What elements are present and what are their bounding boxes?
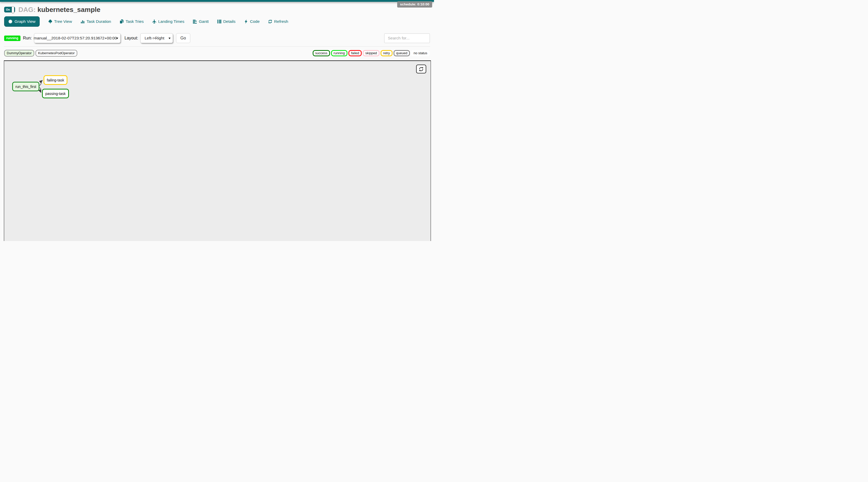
tab-tree-view[interactable]: Tree View (48, 19, 72, 24)
tab-code[interactable]: Code (244, 19, 259, 24)
graph-refresh-button[interactable] (416, 65, 426, 73)
dag-name: kubernetes_sample (37, 6, 100, 13)
tab-label: Task Duration (87, 19, 111, 24)
bolt-icon (244, 20, 248, 24)
state-badge-success: success (313, 50, 330, 56)
caret-down-icon (116, 38, 118, 39)
operator-badge-dummy: DummyOperator (4, 50, 34, 57)
page-title: DAG:kubernetes_sample (19, 6, 100, 14)
dag-prefix: DAG: (19, 6, 35, 13)
layout-select-value: Left->Right (145, 36, 164, 40)
sunburst-icon (8, 20, 12, 24)
tree-icon (48, 20, 52, 24)
tab-label: Gantt (199, 19, 209, 24)
plane-icon (152, 20, 156, 24)
tab-refresh[interactable]: Refresh (268, 19, 288, 24)
align-left-icon (193, 20, 197, 24)
task-node-run-this-first[interactable]: run_this_first (12, 82, 39, 91)
tab-task-duration[interactable]: Task Duration (81, 19, 111, 24)
tab-label: Task Tries (125, 19, 144, 24)
state-badge-no-status: no status (411, 50, 430, 56)
tab-label: Graph View (14, 19, 35, 24)
edge-run-to-passing (39, 88, 41, 92)
tab-details[interactable]: Details (217, 19, 236, 24)
top-navbar (0, 0, 434, 2)
files-icon (120, 20, 124, 24)
tab-landing-times[interactable]: Landing Times (152, 19, 184, 24)
refresh-icon (268, 20, 272, 24)
tab-label: Landing Times (158, 19, 184, 24)
divider (4, 47, 430, 47)
refresh-icon (419, 67, 424, 71)
state-badge-running: running (331, 50, 347, 56)
run-select[interactable]: manual__2018-02-07T23:57:20.913672+00:00 (34, 33, 121, 43)
task-node-passing-task[interactable]: passing-task (42, 89, 69, 98)
dag-on-off-toggle[interactable]: On (4, 7, 15, 12)
bar-chart-icon (81, 20, 85, 24)
edge-run-to-failing (39, 81, 42, 85)
search-input[interactable] (384, 33, 430, 43)
tab-label: Code (250, 19, 259, 24)
state-legend: success running failed skipped retry que… (313, 50, 430, 56)
view-tabs: Graph View Tree View Task Duration Task … (0, 14, 434, 27)
state-badge-queued: queued (394, 50, 410, 56)
layout-select[interactable]: Left->Right (140, 33, 173, 43)
dag-run-state-badge: running (4, 35, 21, 41)
dag-header: On DAG:kubernetes_sample (0, 2, 434, 14)
state-badge-skipped: skipped (363, 50, 379, 56)
tab-label: Tree View (54, 19, 72, 24)
tab-gantt[interactable]: Gantt (193, 19, 209, 24)
dag-graph-canvas[interactable]: run_this_first failing-task passing-task (4, 60, 431, 241)
schedule-badge: schedule: 0:10:00 (397, 1, 432, 7)
tab-label: Refresh (274, 19, 288, 24)
tab-label: Details (223, 19, 236, 24)
list-icon (217, 20, 221, 24)
legend: DummyOperator KubernetesPodOperator succ… (0, 50, 434, 57)
toggle-knob (12, 6, 14, 13)
state-badge-failed: failed (348, 50, 362, 56)
task-node-failing-task[interactable]: failing-task (43, 75, 67, 85)
run-label: Run: (23, 36, 32, 40)
tab-graph-view[interactable]: Graph View (4, 16, 40, 27)
run-controls: running Run: manual__2018-02-07T23:57:20… (0, 33, 434, 43)
run-select-value: manual__2018-02-07T23:57:20.913672+00:00 (34, 36, 117, 40)
toggle-on-label: On (6, 8, 10, 11)
layout-label: Layout: (124, 36, 138, 40)
dag-edges (4, 61, 431, 241)
tab-task-tries[interactable]: Task Tries (120, 19, 144, 24)
operator-badge-kubernetespod: KubernetesPodOperator (35, 50, 77, 57)
state-badge-retry: retry (381, 50, 393, 56)
caret-down-icon (168, 38, 170, 39)
go-button[interactable]: Go (176, 33, 190, 43)
